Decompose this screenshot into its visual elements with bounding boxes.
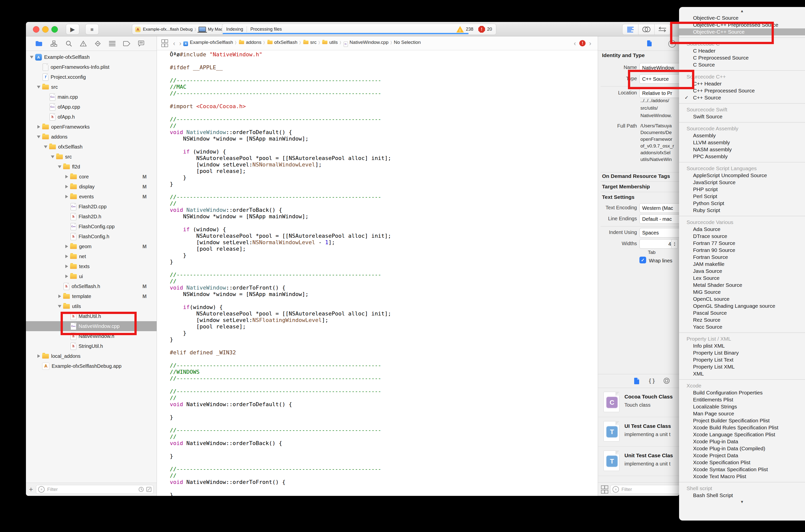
menu-item-fortran-77-source[interactable]: Fortran 77 Source [679, 240, 805, 247]
menu-item-yacc-source[interactable]: Yacc Source [679, 323, 805, 330]
menu-item-php-script[interactable]: PHP script [679, 186, 805, 193]
menu-item-ruby-script[interactable]: Ruby Script [679, 207, 805, 214]
tree-row-src[interactable]: src [26, 152, 157, 162]
library-filter-field[interactable]: ≡ [610, 485, 679, 494]
menu-item-info-plist-xml[interactable]: Info plist XML [679, 342, 805, 349]
disclosure-slot[interactable] [35, 354, 42, 358]
related-items-icon[interactable] [161, 39, 167, 47]
disclosure-slot[interactable] [56, 294, 63, 298]
disclosure-slot[interactable] [29, 56, 35, 59]
menu-item-applescript-uncompiled-source[interactable]: AppleScript Uncompiled Source [679, 172, 805, 179]
menu-item-objective-c-source[interactable]: Objective-C Source [679, 15, 805, 21]
grid-view-icon[interactable] [601, 486, 607, 494]
breadcrumb-item-no-selection[interactable]: No Selection [394, 40, 421, 45]
menu-item-rez-source[interactable]: Rez Source [679, 317, 805, 323]
tree-row-nativewindow-h[interactable]: hNativeWindow.h [26, 331, 157, 341]
tree-row-ofxselflash[interactable]: ofxSelflash [26, 142, 157, 152]
disclosure-slot[interactable] [63, 265, 70, 268]
navigator-filter-input[interactable] [47, 487, 139, 492]
disclosure-slot[interactable] [63, 255, 70, 258]
tree-row-geom[interactable]: geomM [26, 242, 157, 251]
menu-item-lex-source[interactable]: Lex Source [679, 274, 805, 282]
tree-row-utils[interactable]: utils [26, 301, 157, 311]
standard-editor-button[interactable] [622, 24, 638, 35]
menu-item-opengl-shading-language-source[interactable]: OpenGL Shading Language source [679, 303, 805, 309]
activity-status-view[interactable]: Indexing Processing files ! 238 ! 20 [222, 24, 496, 35]
disclosure-slot[interactable] [63, 195, 70, 198]
menu-item-objective-c-source[interactable]: Objective-C++ Source [679, 28, 805, 35]
disclosure-slot[interactable] [56, 166, 63, 168]
tab-code-snippets[interactable]: { } [649, 378, 655, 384]
tree-row-project-xcconfig[interactable]: TProject.xcconfig [26, 72, 157, 82]
tree-row-openframeworks-info-plist[interactable]: openFrameworks-Info.plist [26, 62, 157, 72]
text-encoding-popup[interactable]: Western (Mac [639, 203, 679, 213]
library-filter-input[interactable] [621, 487, 679, 492]
tree-row-ui[interactable]: ui [26, 271, 157, 281]
menu-item-xcode-plug-in-data-compiled[interactable]: Xcode Plug-in Data (Compiled) [679, 445, 805, 452]
menu-item-java-source[interactable]: Java Source [679, 268, 805, 274]
tab-report-navigator[interactable] [109, 40, 116, 47]
tree-row-openframeworks[interactable]: openFrameworks [26, 122, 157, 132]
tree-row-nativewindow-cpp[interactable]: C++NativeWindow.cpp [26, 321, 157, 331]
wrap-lines-checkbox[interactable]: ✓ [639, 256, 646, 263]
breadcrumb-item-utils[interactable]: utils [322, 40, 338, 45]
tab-file-templates[interactable] [634, 378, 639, 384]
menu-item-man-page-source[interactable]: Man Page source [679, 410, 805, 417]
tree-row-addons[interactable]: addons [26, 132, 157, 142]
tree-row-flash2d-h[interactable]: hFlash2D.h [26, 212, 157, 222]
tree-row-flashconfig-cpp[interactable]: C++FlashConfig.cpp [26, 222, 157, 231]
menu-item-c-header[interactable]: C Header [679, 48, 805, 54]
tree-row-ofxselflash-h[interactable]: hofxSelflash.hM [26, 281, 157, 291]
add-file-button[interactable]: + [29, 486, 33, 493]
menu-item-property-list-text[interactable]: Property List Text [679, 356, 805, 363]
menu-item-project-builder-specification-plist[interactable]: Project Builder Specification Plist [679, 417, 805, 424]
widths-stepper[interactable]: ▴ ▾ [671, 239, 678, 249]
breadcrumb-item-ofxselflash[interactable]: ofxSelflash [267, 40, 297, 45]
tab-find-navigator[interactable] [65, 40, 72, 47]
disclosure-slot[interactable] [56, 305, 63, 308]
location-popup[interactable]: Relative to Pr [639, 89, 679, 98]
back-button[interactable]: ‹ [173, 40, 175, 46]
menu-item-jam-makefile[interactable]: JAM makefile [679, 261, 805, 268]
widths-field[interactable]: 4 [639, 239, 674, 249]
menu-item-c-preprocessed-source[interactable]: C++ Preprocessed Source [679, 87, 805, 94]
tree-row-example-ofxselflashdebug-app[interactable]: AExample-ofxSelflashDebug.app [26, 361, 157, 371]
menu-item-metal-shader-source[interactable]: Metal Shader Source [679, 282, 805, 288]
disclosure-slot[interactable] [63, 175, 70, 178]
menu-item-objective-c-preprocessed-source[interactable]: Objective-C++ Preprocessed Source [679, 21, 805, 28]
tree-row-mathutil-h[interactable]: hMathUtil.h [26, 311, 157, 321]
run-button[interactable]: ▶ [66, 24, 79, 35]
line-endings-popup[interactable]: Default - mac [639, 214, 679, 224]
error-badge-icon[interactable]: ! [579, 40, 586, 46]
disclosure-slot[interactable] [63, 245, 70, 248]
tab-quick-help[interactable]: ? [668, 40, 676, 48]
source-code-editor[interactable]: Ôªø#include "NativeWindow.h" #ifdef __AP… [157, 50, 598, 496]
menu-item-fortran-90-source[interactable]: Fortran 90 Source [679, 247, 805, 254]
breadcrumb-item-addons[interactable]: addons [238, 40, 261, 45]
tree-row-ofapp-h[interactable]: hofApp.h [26, 112, 157, 122]
tree-row-fl2d[interactable]: fl2d [26, 162, 157, 172]
previous-issue-button[interactable]: ‹ [574, 40, 576, 46]
menu-item-swift-source[interactable]: Swift Source [679, 113, 805, 120]
tree-row-net[interactable]: net [26, 251, 157, 261]
menu-item-xcode-language-specification-plist[interactable]: Xcode Language Specification Plist [679, 431, 805, 438]
breadcrumb-item-example-ofxselflash[interactable]: AExample-ofxSelflash [183, 40, 233, 45]
tab-issue-navigator[interactable] [80, 40, 87, 47]
target-membership-header[interactable]: Target Membership [602, 184, 650, 190]
menu-item-dtrace-source[interactable]: DTrace source [679, 233, 805, 240]
stop-button[interactable]: ■ [85, 24, 99, 35]
menu-item-mig-source[interactable]: MiG Source [679, 288, 805, 296]
menu-item-xcode-specification-plist[interactable]: Xcode Specification Plist [679, 459, 805, 466]
breadcrumb-item-nativewindow-cpp[interactable]: C+NativeWindow.cpp [343, 40, 388, 45]
menu-item-c-source[interactable]: C Source [679, 61, 805, 68]
disclosure-slot[interactable] [35, 136, 42, 138]
forward-button[interactable]: › [179, 40, 182, 46]
scm-status-filter-icon[interactable] [146, 487, 151, 492]
tree-row-src[interactable]: src [26, 82, 157, 92]
odrt-section-header[interactable]: On Demand Resource Tags [602, 173, 670, 179]
menu-item-llvm-assembly[interactable]: LLVM assembly [679, 139, 805, 146]
tree-row-flash2d-cpp[interactable]: C++Flash2D.cpp [26, 202, 157, 212]
menu-item-assembly[interactable]: Assembly [679, 132, 805, 139]
indent-using-popup[interactable]: Spaces [639, 228, 679, 238]
menu-scroll-down-icon[interactable]: ▼ [679, 499, 805, 505]
